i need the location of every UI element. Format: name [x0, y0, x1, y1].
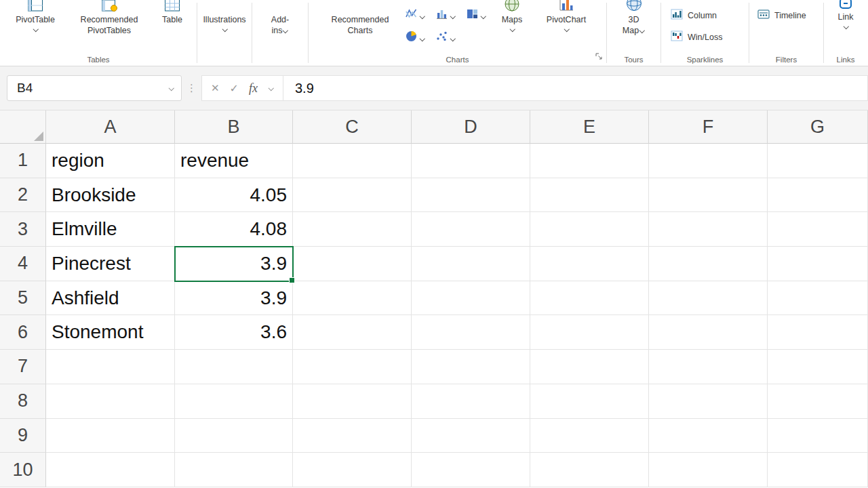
cell-G4[interactable] — [768, 247, 868, 281]
cell-G9[interactable] — [768, 419, 868, 453]
cell-B2[interactable]: 4.05 — [175, 178, 293, 213]
cell-B6[interactable]: 3.6 — [175, 315, 293, 350]
name-box[interactable]: B4 — [7, 75, 182, 101]
cell-C10[interactable] — [293, 453, 412, 487]
column-header-F[interactable]: F — [649, 110, 768, 144]
cell-B8[interactable] — [175, 384, 293, 419]
cell-E2[interactable] — [530, 178, 649, 213]
timeline-button[interactable]: Timeline — [757, 9, 806, 22]
row-header-4[interactable]: 4 — [0, 247, 46, 281]
enter-icon[interactable]: ✓ — [230, 82, 239, 95]
cell-A4[interactable]: Pinecrest — [46, 247, 175, 281]
cell-E3[interactable] — [530, 212, 649, 247]
cell-D6[interactable] — [412, 315, 530, 350]
row-header-3[interactable]: 3 — [0, 212, 46, 247]
cell-B3[interactable]: 4.08 — [175, 212, 293, 247]
sparkline-winloss-button[interactable]: Win/Loss — [671, 30, 722, 43]
cell-F5[interactable] — [649, 281, 768, 316]
maps-button[interactable]: Maps — [492, 0, 532, 32]
table-button[interactable]: Table — [151, 0, 193, 25]
cell-G7[interactable] — [768, 350, 868, 384]
cell-C4[interactable] — [293, 247, 412, 281]
insert-function-icon[interactable]: fx — [249, 81, 258, 96]
cell-G2[interactable] — [768, 178, 868, 213]
cell-A2[interactable]: Brookside — [46, 178, 175, 213]
column-header-E[interactable]: E — [530, 110, 649, 144]
pivottable-button[interactable]: PivotTable — [3, 0, 67, 32]
cell-F4[interactable] — [649, 247, 768, 281]
cell-E5[interactable] — [530, 281, 649, 316]
cell-E8[interactable] — [530, 384, 649, 419]
cell-B9[interactable] — [175, 419, 293, 453]
cell-D7[interactable] — [412, 350, 530, 384]
cell-F7[interactable] — [649, 350, 768, 384]
cell-D5[interactable] — [412, 281, 530, 316]
addins-button[interactable]: Add-ins — [260, 0, 300, 37]
cell-F10[interactable] — [649, 453, 768, 487]
cell-E9[interactable] — [530, 419, 649, 453]
cell-G8[interactable] — [768, 384, 868, 419]
cell-G10[interactable] — [768, 453, 868, 487]
cell-A1[interactable]: region — [46, 144, 175, 178]
cell-F2[interactable] — [649, 178, 768, 213]
cell-E7[interactable] — [530, 350, 649, 384]
cell-D8[interactable] — [412, 384, 530, 419]
cell-D1[interactable] — [412, 144, 530, 178]
row-header-7[interactable]: 7 — [0, 350, 46, 384]
cell-E10[interactable] — [530, 453, 649, 487]
recommended-pivottables-button[interactable]: Recommended PivotTables — [68, 0, 150, 37]
cell-B1[interactable]: revenue — [175, 144, 293, 178]
cancel-icon[interactable]: ✕ — [211, 82, 220, 94]
pivotchart-button[interactable]: PivotChart — [538, 0, 595, 32]
cell-A10[interactable] — [46, 453, 175, 487]
cell-B4[interactable]: 3.9 — [175, 247, 293, 281]
column-chart-button[interactable] — [436, 8, 456, 22]
cell-C2[interactable] — [293, 178, 412, 213]
cell-D10[interactable] — [412, 453, 530, 487]
cell-C1[interactable] — [293, 144, 412, 178]
select-all-button[interactable] — [0, 110, 46, 144]
cell-C7[interactable] — [293, 350, 412, 384]
cell-A9[interactable] — [46, 419, 175, 453]
column-header-D[interactable]: D — [412, 110, 530, 144]
cell-C9[interactable] — [293, 419, 412, 453]
row-header-6[interactable]: 6 — [0, 315, 46, 350]
link-button[interactable]: Link — [829, 0, 863, 29]
row-header-10[interactable]: 10 — [0, 453, 46, 487]
sparkline-column-button[interactable]: Column — [671, 9, 717, 22]
row-header-2[interactable]: 2 — [0, 178, 46, 213]
cell-D4[interactable] — [412, 247, 530, 281]
cell-A8[interactable] — [46, 384, 175, 419]
row-header-9[interactable]: 9 — [0, 419, 46, 453]
cell-G3[interactable] — [768, 212, 868, 247]
cell-D3[interactable] — [412, 212, 530, 247]
cell-F3[interactable] — [649, 212, 768, 247]
cell-A5[interactable]: Ashfield — [46, 281, 175, 316]
pie-chart-button[interactable] — [406, 30, 425, 45]
cell-F9[interactable] — [649, 419, 768, 453]
row-header-5[interactable]: 5 — [0, 281, 46, 316]
hierarchy-chart-button[interactable] — [467, 8, 486, 22]
cell-D9[interactable] — [412, 419, 530, 453]
column-header-C[interactable]: C — [293, 110, 412, 144]
cell-G6[interactable] — [768, 315, 868, 350]
recommended-charts-button[interactable]: Recommended Charts — [320, 0, 400, 37]
cell-G5[interactable] — [768, 281, 868, 316]
cell-F1[interactable] — [649, 144, 768, 178]
cell-G1[interactable] — [768, 144, 868, 178]
row-header-1[interactable]: 1 — [0, 144, 46, 178]
cell-D2[interactable] — [412, 178, 530, 213]
cell-C5[interactable] — [293, 281, 412, 316]
cell-C8[interactable] — [293, 384, 412, 419]
cell-A7[interactable] — [46, 350, 175, 384]
column-header-G[interactable]: G — [768, 110, 868, 144]
cell-C6[interactable] — [293, 315, 412, 350]
formula-input[interactable]: 3.9 — [283, 81, 314, 96]
cell-B5[interactable]: 3.9 — [175, 281, 293, 316]
namebox-splitter-icon[interactable]: ⋮ — [186, 82, 197, 94]
illustrations-button[interactable]: Illustrations — [198, 0, 251, 32]
cell-F6[interactable] — [649, 315, 768, 350]
cell-A6[interactable]: Stonemont — [46, 315, 175, 350]
charts-dialog-launcher-icon[interactable] — [595, 51, 603, 63]
row-header-8[interactable]: 8 — [0, 384, 46, 419]
